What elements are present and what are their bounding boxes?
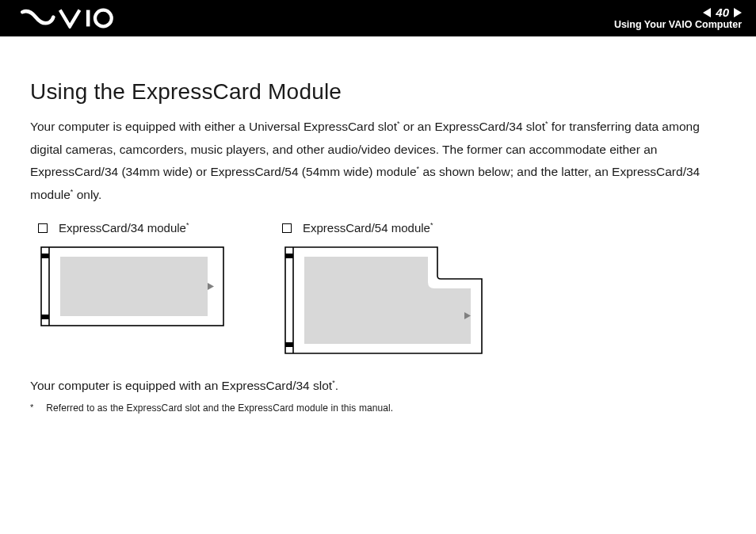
expresscard-34-diagram [38,244,227,329]
svg-point-1 [95,10,112,27]
closing-text-1: Your computer is equipped with an Expres… [30,379,332,392]
footnote-ref: * [186,221,189,229]
module34-text: ExpressCard/34 module [59,221,186,235]
module54-label-row: ExpressCard/54 module* [282,221,485,235]
checkbox-bullet-icon [38,223,48,233]
prev-page-arrow-icon[interactable] [703,8,711,17]
page-number: 40 [716,6,729,18]
closing-paragraph: Your computer is equipped with an Expres… [30,376,727,396]
module34-label-text: ExpressCard/34 module* [59,221,189,235]
page-title: Using the ExpressCard Module [30,79,727,105]
section-label: Using Your VAIO Computer [614,20,742,30]
intro-text-2: or an ExpressCard/34 slot [399,120,545,133]
next-page-arrow-icon[interactable] [734,8,742,17]
module34-label-row: ExpressCard/34 module* [38,221,227,235]
vaio-logo [14,0,128,36]
content-area: Using the ExpressCard Module Your comput… [0,36,756,414]
module54-label-text: ExpressCard/54 module* [303,221,433,235]
expresscard-54-diagram [282,244,485,357]
svg-rect-0 [86,10,90,27]
intro-text-1: Your computer is equipped with either a … [30,120,397,133]
vaio-logo-svg [17,8,128,29]
page-nav: 40 [703,6,742,18]
module54-column: ExpressCard/54 module* [282,221,485,357]
intro-text-5: only. [73,188,101,201]
checkbox-bullet-icon [282,223,292,233]
footnote: * Referred to as the ExpressCard slot an… [30,402,727,414]
closing-text-2: . [335,379,338,392]
svg-rect-9 [285,254,293,258]
svg-rect-6 [60,257,208,316]
header-bar: 40 Using Your VAIO Computer [0,0,756,36]
svg-rect-10 [285,342,293,347]
footnote-ref: * [430,221,433,229]
svg-rect-4 [41,254,49,258]
svg-rect-5 [41,315,49,319]
modules-row: ExpressCard/34 module* ExpressCard/54 mo… [38,221,727,357]
footnote-text: Referred to as the ExpressCard slot and … [46,402,393,414]
module54-text: ExpressCard/54 module [303,221,430,235]
module34-column: ExpressCard/34 module* [38,221,227,357]
header-right: 40 Using Your VAIO Computer [614,0,742,36]
footnote-symbol: * [30,402,33,414]
intro-paragraph: Your computer is equipped with either a … [30,116,727,207]
